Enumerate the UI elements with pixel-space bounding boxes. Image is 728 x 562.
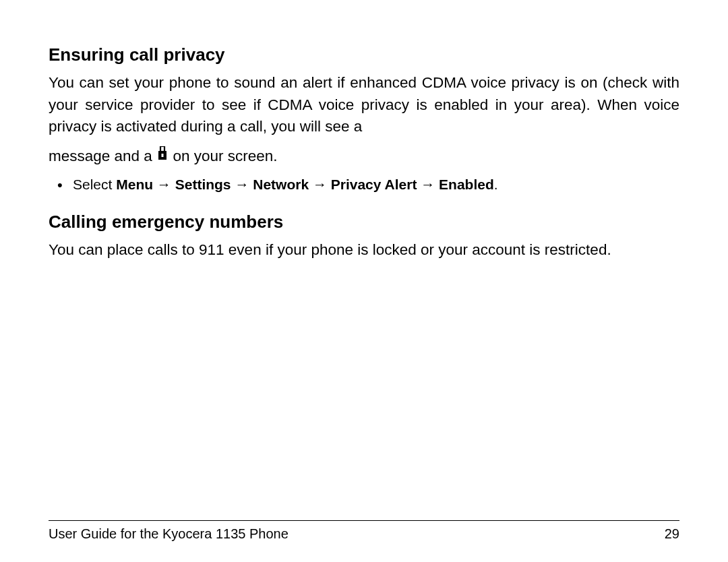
bullet-period: .: [494, 177, 498, 192]
arrow-1: →: [153, 177, 175, 192]
bullet-privacy-alert: Privacy Alert: [331, 177, 417, 192]
text-before-icon: message and a: [49, 148, 156, 164]
bullet-privacy-path: Select Menu → Settings → Network → Priva…: [49, 177, 679, 193]
bullet-menu: Menu: [116, 177, 153, 192]
bullet-enabled: Enabled: [439, 177, 494, 192]
footer-title: User Guide for the Kyocera 1135 Phone: [49, 526, 289, 542]
arrow-2: →: [231, 177, 253, 192]
heading-privacy: Ensuring call privacy: [49, 44, 679, 65]
arrow-4: →: [417, 177, 439, 192]
privacy-paragraph-1: You can set your phone to sound an alert…: [49, 72, 679, 138]
privacy-paragraph-2: message and a on your screen.: [49, 144, 679, 170]
page-footer: User Guide for the Kyocera 1135 Phone 29: [49, 520, 679, 542]
svg-rect-2: [162, 154, 164, 157]
emergency-paragraph: You can place calls to 911 even if your …: [49, 239, 679, 261]
text-after-icon: on your screen.: [173, 148, 277, 164]
heading-emergency: Calling emergency numbers: [49, 212, 679, 232]
section-privacy: Ensuring call privacy You can set your p…: [49, 44, 679, 193]
svg-rect-0: [160, 146, 164, 152]
footer-page-number: 29: [665, 526, 679, 542]
lock-icon: [158, 143, 167, 168]
arrow-3: →: [309, 177, 331, 192]
bullet-settings: Settings: [175, 177, 231, 192]
bullet-network: Network: [253, 177, 309, 192]
section-emergency: Calling emergency numbers You can place …: [49, 212, 679, 261]
bullet-text-select: Select: [73, 177, 116, 192]
footer-rule: [49, 520, 679, 521]
